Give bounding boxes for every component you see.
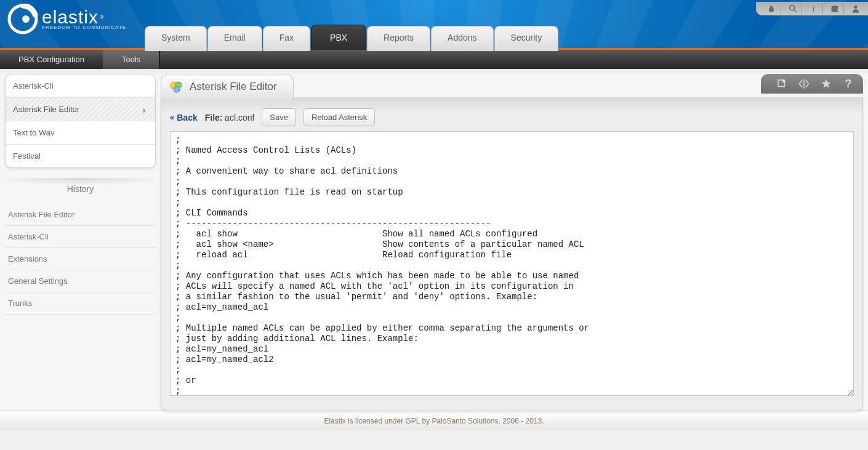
- chevron-left-icon: «: [170, 113, 174, 122]
- user-icon[interactable]: [843, 3, 862, 14]
- save-button[interactable]: Save: [262, 108, 296, 126]
- nav-tab-reports[interactable]: Reports: [367, 26, 430, 51]
- module-body: « Back File: acl.conf Save Reload Asteri…: [161, 97, 863, 411]
- sidebar: Asterisk-CliAsterisk File EditorText to …: [5, 74, 156, 411]
- history-title: History: [5, 178, 156, 204]
- svg-text:i: i: [812, 4, 814, 14]
- logo-text: elastix® FREEDOM TO COMMUNICATE: [42, 9, 126, 30]
- edit-icon[interactable]: [776, 78, 788, 90]
- puzzle-icon[interactable]: [822, 3, 841, 14]
- file-editor-textarea[interactable]: [170, 131, 854, 396]
- module-icon: [169, 79, 183, 94]
- nav-tab-security[interactable]: Security: [494, 26, 559, 51]
- back-link[interactable]: « Back: [170, 113, 198, 123]
- content: Asterisk-CliAsterisk File EditorText to …: [0, 69, 868, 411]
- sidebar-item-label: Asterisk-Cli: [13, 81, 54, 90]
- info-icon[interactable]: i: [802, 3, 820, 14]
- svg-line-3: [794, 10, 797, 12]
- brand-logo[interactable]: elastix® FREEDOM TO COMMUNICATE: [7, 4, 126, 34]
- subnav: PBX ConfigurationTools: [0, 48, 868, 69]
- reload-asterisk-button[interactable]: Reload Asterisk: [303, 108, 375, 126]
- history-item[interactable]: Trunks: [5, 292, 156, 315]
- subnav-tools[interactable]: Tools: [103, 50, 160, 69]
- chevron-right-icon: [142, 106, 148, 113]
- svg-point-1: [22, 15, 30, 23]
- subnav-pbx-configuration[interactable]: PBX Configuration: [0, 50, 103, 69]
- sidebar-item-festival[interactable]: Festival: [6, 144, 155, 167]
- sidebar-item-asterisk-cli[interactable]: Asterisk-Cli: [6, 74, 155, 97]
- history-item[interactable]: Extensions: [5, 248, 156, 270]
- module-actions: ?: [761, 74, 863, 94]
- sidebar-item-label: Festival: [13, 151, 41, 161]
- nav-tab-system[interactable]: System: [145, 26, 207, 51]
- logo-icon: [7, 4, 38, 34]
- nav-tab-pbx[interactable]: PBX: [311, 25, 366, 50]
- history-item[interactable]: Asterisk File Editor: [5, 204, 156, 226]
- search-icon[interactable]: [781, 3, 799, 14]
- sidebar-item-label: Text to Wav: [13, 128, 54, 137]
- svg-point-8: [174, 86, 180, 92]
- history-item[interactable]: General Settings: [5, 270, 156, 292]
- file-label: File:: [205, 113, 223, 123]
- nav-tab-fax[interactable]: Fax: [263, 26, 310, 51]
- module-title: Asterisk File Editor: [190, 81, 277, 93]
- drop-icon[interactable]: [765, 3, 778, 14]
- main-nav: SystemEmailFaxPBXReportsAddonsSecurity: [145, 25, 559, 50]
- footer-text: Elastix is licensed under GPL by PaloSan…: [324, 417, 544, 425]
- footer: Elastix is licensed under GPL by PaloSan…: [0, 411, 868, 430]
- svg-point-2: [789, 6, 794, 10]
- sidebar-item-label: Asterisk File Editor: [13, 105, 79, 114]
- header: elastix® FREEDOM TO COMMUNICATE i System…: [0, 0, 868, 48]
- help-icon[interactable]: ?: [842, 78, 854, 90]
- sidebar-item-asterisk-file-editor[interactable]: Asterisk File Editor: [6, 97, 155, 121]
- inout-icon[interactable]: [798, 78, 810, 90]
- sidebar-item-text-to-wav[interactable]: Text to Wav: [6, 121, 155, 144]
- nav-tab-email[interactable]: Email: [207, 26, 262, 51]
- main-area: Asterisk File Editor ? « Back File: acl.…: [161, 74, 863, 411]
- back-label: Back: [177, 113, 197, 123]
- history-panel: History Asterisk File EditorAsterisk-Cli…: [5, 178, 156, 315]
- editor-toolbar: « Back File: acl.conf Save Reload Asteri…: [170, 108, 854, 126]
- module-title-tab: Asterisk File Editor: [161, 74, 294, 99]
- module-header: Asterisk File Editor ?: [161, 74, 863, 97]
- svg-point-5: [854, 6, 857, 9]
- star-icon[interactable]: [820, 78, 832, 90]
- top-utility-bar: i: [756, 2, 868, 15]
- history-item[interactable]: Asterisk-Cli: [5, 226, 156, 248]
- tools-menu: Asterisk-CliAsterisk File EditorText to …: [5, 74, 156, 168]
- file-name: acl.conf: [225, 113, 254, 123]
- nav-tab-addons[interactable]: Addons: [431, 26, 493, 51]
- file-indicator: File: acl.conf: [205, 113, 255, 123]
